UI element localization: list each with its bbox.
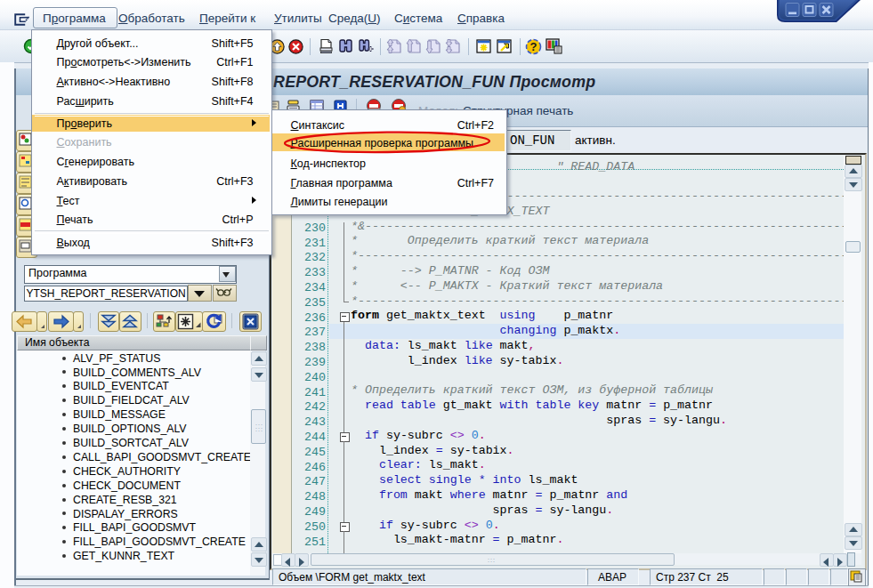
svg-text:?: ? bbox=[530, 40, 538, 53]
